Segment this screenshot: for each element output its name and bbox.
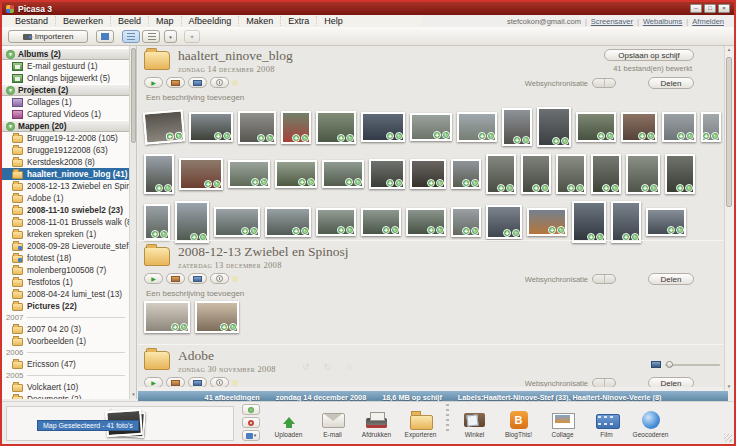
photo-thumbnail[interactable]: ✚↻ [527, 208, 567, 236]
slideshow-button[interactable] [166, 77, 185, 88]
photo-thumbnail[interactable]: ✚↻ [238, 111, 276, 144]
photo-thumbnail[interactable]: ✚↻ [265, 207, 311, 237]
shop-button[interactable]: Winkel [454, 409, 495, 438]
tree-folder-item[interactable]: Brugge19122008 (63) [2, 144, 129, 156]
tree-folder-item[interactable]: Documents (2) [2, 393, 129, 399]
photo-thumbnail[interactable]: ✚↻ [322, 160, 364, 188]
tree-view-button[interactable] [142, 30, 160, 43]
tree-folder-item[interactable]: Brugge19-12-2008 (105) [2, 132, 129, 144]
tree-folder-item[interactable]: Adobe (1) [2, 192, 129, 204]
menu-extra[interactable]: Extra [280, 16, 316, 26]
new-album-button[interactable] [96, 30, 114, 43]
hold-button[interactable] [242, 404, 260, 415]
album-title[interactable]: Adobe [178, 348, 276, 364]
sidebar-scroll-down-icon[interactable]: ▼ [130, 391, 137, 399]
tree-folder-item[interactable]: Voorbeelden (1) [2, 335, 129, 347]
menu-afbeelding[interactable]: Afbeelding [181, 16, 239, 26]
add-description-link[interactable]: Een beschrijving toevoegen [146, 93, 244, 102]
export-button[interactable]: Exporteren [400, 409, 441, 438]
photo-thumbnail[interactable]: ✚↻ [457, 112, 497, 142]
film-button[interactable]: Film [586, 409, 627, 438]
tree-folder-item[interactable]: E-mail gestuurd (1) [2, 60, 129, 72]
tree-folder-item[interactable]: Volckaert (10) [2, 381, 129, 393]
photo-thumbnail[interactable]: ✚↻ [144, 204, 170, 240]
slideshow-button[interactable] [166, 273, 185, 284]
share-button[interactable]: Delen [648, 377, 694, 387]
tree-folder-item[interactable]: fototest (18) [2, 252, 129, 264]
photo-thumbnail[interactable]: ✚↻ [316, 111, 356, 144]
geo-button[interactable]: Geocoderen [630, 409, 671, 438]
photo-thumbnail[interactable]: ✚↻ [486, 154, 516, 194]
timeline-button[interactable] [188, 273, 207, 284]
tree-folder-item[interactable]: 2008-11-01 Brussels walk (86) [2, 216, 129, 228]
photo-thumbnail[interactable]: ✚↻ [626, 154, 660, 194]
photo-thumbnail[interactable]: ✚↻ [621, 112, 657, 142]
photo-thumbnail[interactable]: ✚↻ [195, 301, 239, 333]
tree-folder-item[interactable]: molenberg100508 (7) [2, 264, 129, 276]
tree-folder-item[interactable]: Pictures (22) [2, 300, 129, 312]
tree-folder-item[interactable]: Kerstdesk2008 (8) [2, 156, 129, 168]
websync-toggle[interactable] [592, 274, 616, 284]
flat-view-button[interactable] [122, 30, 140, 43]
collage-button[interactable]: Collage [542, 409, 583, 438]
photo-thumbnail[interactable]: ✚↻ [144, 154, 174, 194]
star-tool-button[interactable]: ✦ [184, 30, 200, 43]
main-scrollbar-thumb[interactable] [726, 57, 732, 207]
photo-thumbnail[interactable]: ✚↻ [275, 160, 317, 188]
clear-button[interactable] [242, 417, 260, 428]
photo-thumbnail[interactable]: ✚↻ [576, 112, 616, 142]
album-title[interactable]: 2008-12-13 Zwiebel en Spinosj [178, 244, 349, 260]
share-button[interactable]: Delen [648, 77, 694, 89]
photo-thumbnail[interactable]: ✚↻ [175, 201, 209, 243]
photo-thumbnail[interactable]: ✚↻ [486, 205, 522, 239]
timeline-button[interactable] [188, 377, 207, 387]
menu-bewerken[interactable]: Bewerken [55, 16, 110, 26]
photo-thumbnail[interactable]: ✚↻ [665, 154, 695, 194]
link-screensaver[interactable]: Screensaver [591, 17, 633, 26]
tree-folder-item[interactable]: haaltert_ninove_blog (41) [2, 168, 129, 180]
tree-section-header[interactable]: ▼Mappen (20) [2, 120, 129, 132]
photo-thumbnail[interactable]: ✚↻ [521, 154, 551, 194]
scroll-up-icon[interactable]: ▲ [725, 46, 733, 54]
photo-thumbnail[interactable]: ✚↻ [646, 208, 686, 236]
link-afmelden[interactable]: Afmelden [692, 17, 724, 26]
photo-thumbnail[interactable]: ✚↻ [611, 201, 641, 243]
menu-map[interactable]: Map [148, 16, 181, 26]
collapse-icon[interactable]: ▼ [6, 122, 15, 131]
play-button[interactable]: ▶ [144, 377, 163, 387]
email-button[interactable]: E-mail [312, 409, 353, 438]
slideshow-button[interactable] [166, 377, 185, 387]
tree-folder-item[interactable]: 2008-04-24 lumi_test (13) [2, 288, 129, 300]
photo-thumbnail[interactable]: ✚↻ [662, 112, 696, 142]
photo-thumbnail[interactable]: ✚↻ [591, 154, 621, 194]
zoom-slider[interactable] [665, 364, 720, 366]
photo-thumbnail[interactable]: ✚↻ [361, 112, 405, 142]
tree-folder-item[interactable]: 2008-12-13 Zwiebel en Spinosj [2, 180, 129, 192]
tree-folder-item[interactable]: Captured Videos (1) [2, 108, 129, 120]
collapse-icon[interactable]: ▼ [6, 86, 15, 95]
photo-thumbnail[interactable]: ✚↻ [502, 108, 532, 146]
upload-button[interactable]: Uploaden [268, 409, 309, 438]
photo-thumbnail[interactable]: ✚↻ [228, 160, 270, 188]
photo-thumbnail[interactable]: ✚↻ [701, 112, 721, 142]
menu-beeld[interactable]: Beeld [110, 16, 148, 26]
resize-grip[interactable] [724, 434, 732, 442]
play-button[interactable]: ▶ [144, 77, 163, 88]
photo-thumbnail[interactable]: ✚↻ [281, 111, 311, 144]
save-to-disk-button[interactable]: Opslaan op schijf [604, 49, 694, 61]
photo-thumbnail[interactable]: ✚↻ [410, 113, 452, 141]
tree-folder-item[interactable]: kreken spreken (1) [2, 228, 129, 240]
tree-folder-item[interactable]: 2008-09-28 Lieveroute_stef [2, 240, 129, 252]
menu-bestand[interactable]: Bestand [8, 16, 55, 26]
photo-thumbnail[interactable]: ✚↻ [189, 112, 233, 142]
photo-thumbnail[interactable]: ✚↻ [179, 158, 223, 190]
websync-toggle[interactable] [592, 378, 616, 387]
menu-maken[interactable]: Maken [238, 16, 280, 26]
photo-thumbnail[interactable]: ✚↻ [361, 208, 401, 236]
photo-thumbnail[interactable]: ✚↻ [214, 207, 260, 237]
photo-thumbnail[interactable]: ✚↻ [316, 208, 356, 236]
photo-thumbnail[interactable]: ✚↻ [572, 201, 606, 243]
blog-button[interactable]: BlogThis! [498, 409, 539, 438]
view-options-dropdown[interactable]: ▾ [164, 30, 177, 43]
tree-folder-item[interactable]: Onlangs bijgewerkt (5) [2, 72, 129, 84]
